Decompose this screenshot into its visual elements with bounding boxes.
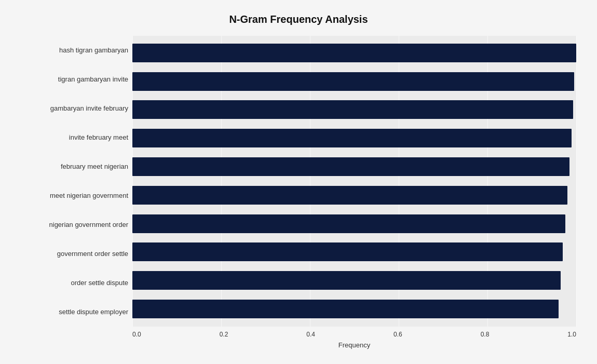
x-tick: 1.0 <box>567 331 576 338</box>
bar <box>132 44 576 62</box>
y-label: gambaryan invite february <box>21 96 128 122</box>
y-label: invite february meet <box>21 125 128 151</box>
x-axis-container: 0.00.20.40.60.81.0 <box>132 331 576 338</box>
bar-row <box>132 155 576 179</box>
y-label: settle dispute employer <box>21 299 128 325</box>
bar <box>132 214 565 233</box>
x-axis-label: Frequency <box>132 341 576 349</box>
y-label: tigran gambaryan invite <box>21 66 128 92</box>
y-label: nigerian government order <box>21 212 128 238</box>
x-tick: 0.0 <box>132 331 141 338</box>
y-label: government order settle <box>21 241 128 267</box>
x-tick: 0.8 <box>481 331 490 338</box>
x-tick: 0.2 <box>220 331 228 338</box>
y-label: order settle dispute <box>21 270 128 296</box>
bar-row <box>132 212 576 235</box>
bar-row <box>132 127 576 150</box>
bar-row <box>132 269 576 292</box>
bar-row <box>132 240 576 264</box>
bar-row <box>132 70 576 93</box>
x-tick: 0.6 <box>394 331 402 338</box>
x-tick: 0.4 <box>306 331 315 338</box>
y-label: hash tigran gambaryan <box>21 37 128 63</box>
bar-row <box>132 298 576 321</box>
chart-container: N-Gram Frequency Analysis hash tigran ga… <box>5 3 592 361</box>
bar <box>132 72 574 91</box>
bar <box>132 129 572 147</box>
bar <box>132 300 559 318</box>
y-label: february meet nigerian <box>21 154 128 180</box>
bar-row <box>132 183 576 207</box>
bar <box>132 100 573 119</box>
bar <box>132 157 569 176</box>
bar-row <box>132 98 576 122</box>
bars-section <box>132 36 576 327</box>
bar <box>132 271 561 290</box>
bar <box>132 242 563 261</box>
chart-title: N-Gram Frequency Analysis <box>21 14 576 25</box>
chart-area: hash tigran gambaryantigran gambaryan in… <box>21 36 576 327</box>
bar <box>132 186 567 205</box>
grid-line <box>576 36 577 327</box>
y-label: meet nigerian government <box>21 183 128 209</box>
y-labels: hash tigran gambaryantigran gambaryan in… <box>21 36 132 327</box>
x-ticks: 0.00.20.40.60.81.0 <box>132 331 576 338</box>
bar-row <box>132 41 576 64</box>
